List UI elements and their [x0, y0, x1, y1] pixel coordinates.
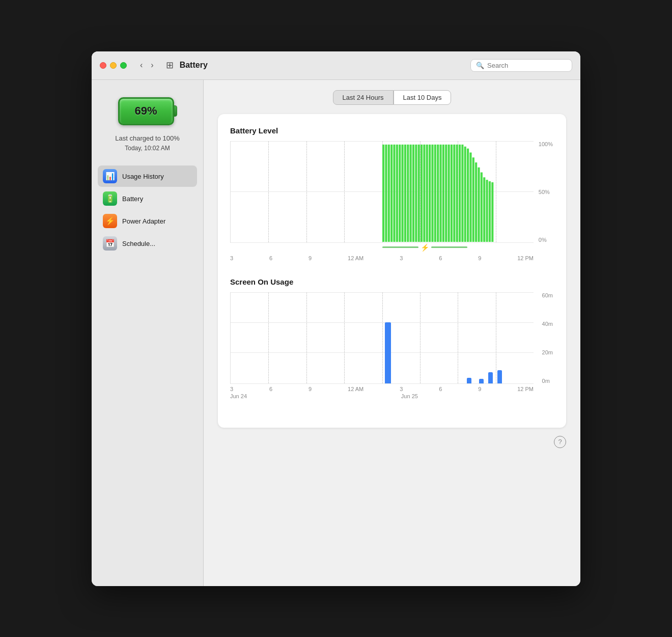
svg-rect-25: [450, 145, 452, 242]
su-y-40: 40m: [542, 321, 553, 327]
su-grid-v-1: [268, 292, 269, 383]
forward-button[interactable]: ›: [148, 60, 156, 71]
power-adapter-icon: ⚡: [103, 214, 117, 228]
last-charged-time: Today, 10:02 AM: [115, 144, 179, 153]
svg-rect-19: [434, 145, 436, 242]
last-charged-info: Last charged to 100% Today, 10:02 AM: [115, 133, 179, 154]
screen-usage-chart: Screen On Usage: [230, 278, 554, 399]
charging-line-left: [382, 246, 418, 248]
help-button[interactable]: ?: [554, 436, 566, 448]
su-grid-v-3: [344, 292, 345, 383]
su-x-3: 3: [230, 386, 233, 392]
battery-label: Battery: [122, 195, 143, 203]
svg-rect-16: [426, 145, 428, 242]
grid-v-3: [344, 141, 345, 242]
su-y-20: 20m: [542, 349, 553, 355]
svg-rect-15: [423, 145, 425, 242]
charging-indicator: ⚡: [382, 243, 473, 252]
screen-usage-relative: 60m 40m 20m 0m: [230, 292, 534, 384]
battery-indicator: 69%: [118, 97, 177, 125]
battery-icon: 🔋: [103, 191, 117, 206]
grid-icon[interactable]: ⊞: [166, 60, 174, 71]
svg-rect-39: [488, 182, 490, 242]
date-jun25: Jun 25: [401, 393, 418, 399]
x-label-3: 3: [230, 255, 233, 261]
svg-rect-37: [483, 178, 485, 242]
svg-rect-32: [469, 153, 471, 242]
svg-rect-33: [472, 158, 474, 242]
grid-h-0: [231, 242, 534, 243]
screen-usage-title: Screen On Usage: [230, 278, 554, 286]
grid-v-1: [268, 141, 269, 242]
svg-rect-3: [390, 145, 393, 242]
svg-rect-18: [431, 145, 433, 242]
battery-y-labels: 100% 50% 0%: [539, 141, 553, 243]
maximize-button[interactable]: [120, 62, 127, 69]
su-x-9pm: 9: [478, 386, 481, 392]
search-input[interactable]: [487, 62, 567, 69]
su-grid-v-2: [306, 292, 307, 383]
sidebar-item-usage-history[interactable]: 📊 Usage History: [98, 165, 197, 187]
battery-bars-rendered: [382, 143, 494, 242]
svg-rect-22: [442, 145, 444, 242]
svg-rect-36: [480, 173, 482, 242]
close-button[interactable]: [100, 62, 106, 69]
su-x-9: 9: [309, 386, 312, 392]
su-grid-v-5: [420, 292, 421, 383]
tab-bar: Last 24 Hours Last 10 Days: [218, 90, 566, 105]
sidebar-nav: 📊 Usage History 🔋 Battery ⚡ Power Adapte…: [98, 165, 197, 254]
svg-rect-11: [412, 145, 414, 242]
battery-level-chart: Battery Level: [230, 126, 554, 261]
schedule-icon: 📅: [103, 236, 117, 251]
sidebar-item-battery[interactable]: 🔋 Battery: [98, 188, 197, 209]
x-label-12pm: 12 PM: [517, 255, 534, 261]
svg-rect-20: [437, 145, 439, 242]
back-button[interactable]: ‹: [137, 60, 146, 71]
su-x-3pm: 3: [400, 386, 403, 392]
svg-rect-13: [417, 145, 419, 242]
su-x-12pm: 12 PM: [517, 386, 534, 392]
sidebar-item-schedule[interactable]: 📅 Schedule...: [98, 233, 197, 254]
screen-bar-s2: [479, 379, 484, 383]
x-label-6pm: 6: [439, 255, 442, 261]
svg-rect-1: [385, 145, 387, 242]
svg-rect-35: [478, 168, 480, 242]
content-area: 69% Last charged to 100% Today, 10:02 AM…: [92, 80, 580, 586]
power-adapter-label: Power Adapter: [122, 217, 165, 225]
su-grid-v-6: [458, 292, 458, 383]
svg-rect-17: [429, 145, 431, 242]
svg-rect-34: [475, 162, 477, 242]
battery-percentage: 69%: [134, 104, 157, 118]
main-content: Last 24 Hours Last 10 Days Battery Level: [204, 80, 580, 586]
battery-level-relative: // Generate bars: [230, 141, 534, 243]
sidebar-item-power-adapter[interactable]: ⚡ Power Adapter: [98, 210, 197, 232]
svg-rect-8: [404, 145, 406, 242]
minimize-button[interactable]: [110, 62, 117, 69]
svg-rect-38: [486, 180, 488, 242]
search-icon: 🔍: [476, 62, 484, 69]
screen-bar-main: [385, 322, 391, 383]
usage-history-label: Usage History: [122, 173, 164, 180]
nav-buttons: ‹ ›: [137, 60, 157, 71]
svg-rect-28: [458, 145, 460, 242]
x-label-9pm: 9: [478, 255, 481, 261]
traffic-lights: [100, 62, 127, 69]
x-label-9: 9: [309, 255, 312, 261]
battery-body: 69%: [118, 97, 174, 125]
tab-last-10d[interactable]: Last 10 Days: [394, 90, 452, 105]
screen-usage-area: [230, 292, 534, 384]
svg-rect-24: [447, 145, 450, 242]
svg-rect-40: [491, 182, 493, 242]
charts-container: Battery Level: [218, 114, 566, 428]
charging-line-right: [431, 246, 467, 248]
svg-rect-29: [461, 145, 463, 242]
battery-x-labels: 3 6 9 12 AM 3 6 9 12 PM: [230, 255, 534, 261]
svg-rect-12: [415, 145, 417, 242]
svg-rect-5: [396, 145, 398, 242]
svg-rect-14: [420, 145, 422, 242]
battery-level-wrapper: // Generate bars: [230, 141, 554, 261]
svg-rect-10: [409, 145, 411, 242]
screen-bar-s1: [467, 378, 471, 383]
date-jun24: Jun 24: [230, 393, 247, 399]
tab-last-24h[interactable]: Last 24 Hours: [333, 90, 394, 105]
